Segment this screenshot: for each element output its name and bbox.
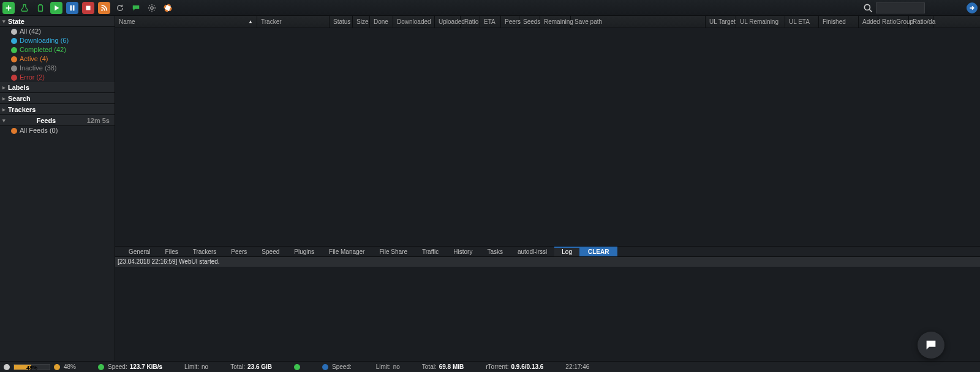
status-dot-icon	[11, 56, 17, 62]
column-label: Peers	[505, 18, 521, 25]
detail-tab[interactable]: Traffic	[415, 247, 446, 256]
column-label: Ratio/da	[913, 18, 935, 25]
start-button[interactable]	[50, 2, 62, 14]
sidebar-item-label: Inactive (38)	[20, 64, 57, 73]
ul-limit-label: Limit:	[376, 363, 391, 370]
detail-tab[interactable]: Plugins	[287, 247, 322, 256]
support-chat-button[interactable]	[918, 332, 944, 359]
chat-button[interactable]	[130, 2, 142, 14]
column-header[interactable]: RatioGroup	[878, 16, 909, 28]
detail-tab[interactable]: Trackers	[186, 247, 224, 256]
sidebar-item-label: All Feeds (0)	[20, 126, 58, 135]
sidebar-state-item[interactable]: Active (4)	[0, 54, 115, 64]
column-header[interactable]: UL Target	[706, 16, 736, 28]
top-toolbar	[0, 0, 980, 16]
detail-tab[interactable]: File Manager	[322, 247, 372, 256]
dl-speed-label: Speed:	[108, 363, 127, 370]
sidebar-state-item[interactable]: Downloading (6)	[0, 36, 115, 45]
sidebar-state-item[interactable]: Completed (42)	[0, 45, 115, 54]
help-button[interactable]	[162, 2, 174, 14]
status-dot-icon	[11, 47, 17, 53]
top-search	[862, 2, 978, 13]
column-label: Tracker	[261, 18, 282, 25]
dl-total-label: Total:	[230, 363, 245, 370]
add-torrent-button[interactable]	[2, 2, 15, 14]
dl-limit-value[interactable]: no	[202, 363, 208, 370]
clear-log-button[interactable]: CLEAR	[579, 247, 617, 256]
stop-button[interactable]	[82, 2, 94, 14]
status-dot-icon	[11, 65, 17, 72]
svg-rect-1	[70, 5, 72, 10]
column-header[interactable]: Uploaded	[435, 16, 461, 28]
clipboard-button[interactable]	[34, 2, 47, 14]
detail-tab[interactable]: Speed	[254, 247, 287, 256]
column-header[interactable]: UL Remaining	[736, 16, 785, 28]
pause-button[interactable]	[66, 2, 78, 14]
sidebar-feed-item[interactable]: All Feeds (0)	[0, 126, 115, 135]
column-header[interactable]: Downloaded	[393, 16, 435, 28]
detail-tab[interactable]: Log	[554, 247, 579, 256]
check-icon	[294, 364, 300, 370]
sidebar-section-search[interactable]: Search	[0, 93, 115, 104]
sidebar-state-item[interactable]: All (42)	[0, 27, 115, 36]
detail-tab[interactable]: Peers	[224, 247, 254, 256]
column-label: UL Target	[709, 18, 736, 25]
svg-rect-3	[86, 6, 91, 10]
create-torrent-button[interactable]	[18, 2, 31, 14]
disk-usage-bar-1[interactable]: 48%	[13, 364, 50, 370]
detail-tab[interactable]: autodl-irssi	[510, 247, 554, 256]
column-header[interactable]: Status	[330, 16, 353, 28]
search-input[interactable]	[876, 2, 925, 13]
refresh-button[interactable]	[114, 2, 126, 14]
status-dot-icon	[11, 29, 17, 35]
detail-tab[interactable]: History	[446, 247, 480, 256]
detail-tab[interactable]: Files	[158, 247, 186, 256]
detail-tabs: GeneralFilesTrackersPeersSpeedPluginsFil…	[115, 246, 980, 257]
column-header[interactable]: Added	[859, 16, 878, 28]
column-label: Remaining	[544, 18, 573, 25]
sidebar-item-label: Error (2)	[20, 73, 45, 82]
column-header[interactable]: Finished	[819, 16, 859, 28]
column-label: Done	[374, 18, 388, 25]
ul-limit-value[interactable]: no	[393, 363, 400, 370]
column-label: Save path	[575, 18, 602, 25]
disk-usage-text-1: 48%	[14, 365, 50, 370]
column-header[interactable]: ETA	[480, 16, 501, 28]
log-entry: [23.04.2018 22:16:59] WebUI started.	[115, 257, 980, 267]
column-header[interactable]: Seeds	[519, 16, 540, 28]
detail-tab[interactable]: General	[121, 247, 158, 256]
status-dot-icon	[11, 38, 17, 44]
column-header[interactable]: Remaining	[540, 16, 571, 28]
column-header[interactable]: Ratio/da	[909, 16, 933, 28]
column-header[interactable]: Size	[353, 16, 370, 28]
column-label: Ratio	[464, 18, 478, 25]
rss-button[interactable]	[98, 2, 110, 14]
column-header[interactable]: UL ETA	[785, 16, 819, 28]
column-header[interactable]: Peers	[501, 16, 519, 28]
sidebar-section-trackers[interactable]: Trackers	[0, 104, 115, 115]
sidebar-feeds-label: Feeds	[36, 115, 56, 126]
search-icon	[862, 2, 873, 13]
sidebar-state-item[interactable]: Error (2)	[0, 73, 115, 82]
column-header[interactable]: Save path	[571, 16, 706, 28]
ul-total-value: 69.8 MiB	[439, 363, 464, 370]
sidebar-section-feeds[interactable]: Feeds 12m 5s	[0, 115, 115, 126]
column-header[interactable]: Ratio	[461, 16, 480, 28]
column-label: Seeds	[523, 18, 540, 25]
dl-total-value: 23.6 GiB	[247, 363, 272, 370]
svg-point-5	[151, 6, 153, 9]
detail-tab[interactable]: File Share	[372, 247, 415, 256]
sidebar-state-item[interactable]: Inactive (38)	[0, 64, 115, 73]
column-header[interactable]: Name▲	[115, 16, 257, 28]
sort-asc-icon: ▲	[248, 19, 253, 24]
detail-tab[interactable]: Tasks	[480, 247, 510, 256]
column-header[interactable]: Done	[370, 16, 393, 28]
column-header[interactable]: Tracker	[257, 16, 330, 28]
svg-rect-2	[73, 5, 75, 10]
column-label: Name	[119, 18, 135, 25]
sidebar-section-labels[interactable]: Labels	[0, 82, 115, 93]
search-go-button[interactable]	[967, 2, 978, 13]
settings-button[interactable]	[146, 2, 158, 14]
sidebar-section-state[interactable]: State	[0, 16, 115, 27]
category-sidebar: State All (42)Downloading (6)Completed (…	[0, 16, 115, 361]
